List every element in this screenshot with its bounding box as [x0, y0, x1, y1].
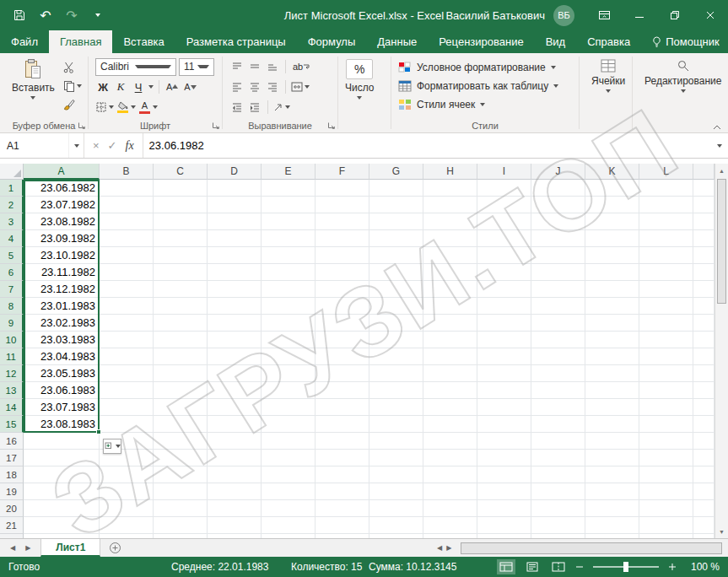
cell-i1[interactable] [477, 180, 531, 197]
cell-i7[interactable] [477, 281, 531, 298]
cell-f13[interactable] [315, 382, 369, 399]
cell-partial-6[interactable] [693, 264, 715, 281]
cell-b3[interactable] [100, 213, 154, 230]
row-header-9[interactable]: 9 [0, 315, 24, 332]
cell-g3[interactable] [369, 213, 423, 230]
cell-j16[interactable] [531, 433, 585, 450]
cell-e9[interactable] [262, 315, 315, 332]
row-header-10[interactable]: 10 [0, 332, 24, 348]
horizontal-scroll-thumb[interactable] [461, 542, 722, 554]
cell-g11[interactable] [369, 348, 423, 365]
autofill-options-button[interactable] [103, 439, 121, 454]
collapse-ribbon-button[interactable] [713, 125, 721, 130]
cell-e13[interactable] [262, 382, 315, 399]
vertical-scroll-thumb[interactable] [717, 179, 726, 304]
cell-e8[interactable] [262, 298, 315, 315]
cell-g19[interactable] [369, 483, 423, 500]
cell-partial-4[interactable] [693, 230, 715, 247]
cell-e3[interactable] [262, 213, 315, 230]
cancel-entry-button[interactable]: × [93, 139, 100, 152]
cell-g16[interactable] [369, 433, 423, 450]
row-header-15[interactable]: 15 [0, 416, 24, 433]
cell-j18[interactable] [531, 466, 585, 483]
cell-c16[interactable] [154, 433, 208, 450]
cell-a15[interactable]: 23.08.1983 [24, 416, 100, 433]
cell-f5[interactable] [315, 247, 369, 264]
cell-a5[interactable]: 23.10.1982 [24, 247, 100, 264]
decrease-indent-button[interactable] [229, 99, 245, 116]
cell-b9[interactable] [100, 315, 154, 332]
cell-a1[interactable]: 23.06.1982 [24, 180, 100, 197]
cell-b4[interactable] [100, 230, 154, 247]
cell-g8[interactable] [369, 298, 423, 315]
cell-h20[interactable] [423, 500, 477, 517]
cell-j11[interactable] [531, 348, 585, 365]
cell-b2[interactable] [100, 197, 154, 213]
cell-e14[interactable] [262, 399, 315, 416]
cell-i9[interactable] [477, 315, 531, 332]
column-header-i[interactable]: I [477, 164, 531, 180]
redo-button[interactable]: ↷ [64, 8, 79, 23]
cell-j4[interactable] [531, 230, 585, 247]
cell-k7[interactable] [585, 281, 639, 298]
font-dialog-launcher[interactable] [212, 121, 220, 130]
cell-c6[interactable] [154, 264, 208, 281]
cell-k1[interactable] [585, 180, 639, 197]
cell-c4[interactable] [154, 230, 208, 247]
row-header-5[interactable]: 5 [0, 247, 24, 264]
cell-d18[interactable] [208, 466, 262, 483]
row-header-18[interactable]: 18 [0, 466, 24, 483]
font-name-select[interactable]: Calibri [95, 58, 176, 76]
undo-button[interactable]: ↶ [38, 8, 53, 23]
cell-i8[interactable] [477, 298, 531, 315]
cell-c12[interactable] [154, 365, 208, 382]
cell-g21[interactable] [369, 517, 423, 534]
vertical-scrollbar[interactable]: ▲ ▼ [715, 164, 728, 538]
cell-c2[interactable] [154, 197, 208, 213]
cell-e17[interactable] [262, 450, 315, 466]
zoom-out-button[interactable] [575, 563, 584, 571]
page-layout-view-button[interactable] [523, 559, 542, 574]
row-header-16[interactable]: 16 [0, 433, 24, 450]
cell-j7[interactable] [531, 281, 585, 298]
cell-k12[interactable] [585, 365, 639, 382]
cell-d13[interactable] [208, 382, 262, 399]
name-box[interactable]: A1 [0, 133, 84, 158]
column-header-k[interactable]: K [585, 164, 639, 180]
cell-f6[interactable] [315, 264, 369, 281]
cell-partial-13[interactable] [693, 382, 715, 399]
cell-h7[interactable] [423, 281, 477, 298]
cell-b11[interactable] [100, 348, 154, 365]
cell-partial-7[interactable] [693, 281, 715, 298]
row-header-8[interactable]: 8 [0, 298, 24, 315]
confirm-entry-button[interactable]: ✓ [108, 139, 117, 152]
cell-g10[interactable] [369, 332, 423, 348]
cell-partial-17[interactable] [693, 450, 715, 466]
cell-d14[interactable] [208, 399, 262, 416]
cell-i6[interactable] [477, 264, 531, 281]
cell-l7[interactable] [639, 281, 693, 298]
cell-f3[interactable] [315, 213, 369, 230]
cell-j17[interactable] [531, 450, 585, 466]
tab-review[interactable]: Рецензирование [428, 30, 534, 53]
cell-j20[interactable] [531, 500, 585, 517]
cell-k21[interactable] [585, 517, 639, 534]
page-break-view-button[interactable] [549, 559, 568, 574]
cell-c7[interactable] [154, 281, 208, 298]
cell-b7[interactable] [100, 281, 154, 298]
cell-h17[interactable] [423, 450, 477, 466]
cell-l18[interactable] [639, 466, 693, 483]
normal-view-button[interactable] [497, 559, 515, 574]
number-format-button[interactable]: % Число [345, 57, 375, 100]
customize-quick-access-button[interactable] [90, 8, 105, 23]
cell-partial-18[interactable] [693, 466, 715, 483]
cell-e21[interactable] [262, 517, 315, 534]
cell-l4[interactable] [639, 230, 693, 247]
column-header-f[interactable]: F [315, 164, 369, 180]
cell-k5[interactable] [585, 247, 639, 264]
cell-a6[interactable]: 23.11.1982 [24, 264, 100, 281]
cell-b13[interactable] [100, 382, 154, 399]
cell-c18[interactable] [154, 466, 208, 483]
cell-l3[interactable] [639, 213, 693, 230]
cell-b20[interactable] [100, 500, 154, 517]
